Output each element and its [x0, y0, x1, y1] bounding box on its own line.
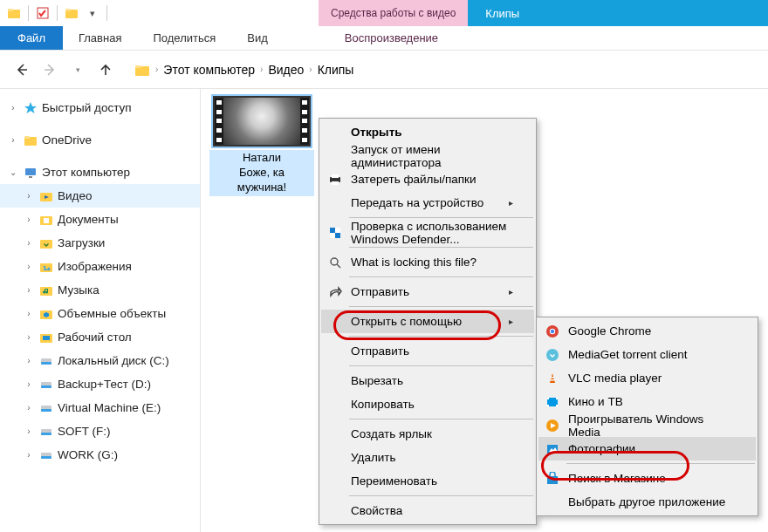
expand-icon[interactable]: › — [23, 215, 35, 224]
tree-item[interactable]: ›Музыка — [0, 278, 200, 302]
navigation-pane: › Быстрый доступ › OneDrive ⌄ Этот компь… — [0, 89, 201, 532]
ribbon-tab-home[interactable]: Главная — [63, 26, 137, 50]
tree-item[interactable]: ›Backup+Тест (D:) — [0, 372, 200, 396]
expand-icon[interactable]: › — [23, 332, 35, 342]
chevron-right-icon[interactable]: › — [309, 65, 312, 74]
expand-icon[interactable]: › — [23, 379, 35, 389]
svg-rect-49 — [551, 379, 555, 381]
breadcrumb-item[interactable]: Клипы — [318, 63, 354, 77]
expand-icon[interactable]: › — [23, 191, 35, 201]
submenu-photos[interactable]: Фотографии — [538, 437, 756, 460]
svg-rect-52 — [547, 405, 549, 406]
svg-rect-16 — [40, 240, 52, 249]
menu-delete[interactable]: Удалить — [321, 446, 534, 469]
menu-open[interactable]: Открыть — [321, 120, 534, 144]
explorer-icon — [5, 4, 23, 22]
titlebar: ▾ Средства работы с видео Клипы — [0, 0, 768, 26]
menu-cast[interactable]: Передать на устройство▸ — [321, 191, 534, 215]
tree-item[interactable]: ›Virtual Machine (E:) — [0, 396, 200, 419]
svg-rect-1 — [8, 9, 13, 11]
menu-open-with[interactable]: Открыть с помощью▸ — [321, 310, 534, 333]
folder-icon — [134, 62, 150, 78]
submenu-store[interactable]: Поиск в Магазине — [538, 467, 756, 490]
submenu-wmp[interactable]: Проигрыватель Windows Media — [538, 413, 756, 437]
expand-icon[interactable]: › — [23, 262, 35, 271]
svg-rect-4 — [65, 9, 71, 11]
menu-send-to[interactable]: Отправить▸ — [321, 280, 534, 304]
tree-item[interactable]: ›Объемные объекты — [0, 302, 200, 325]
menu-cut[interactable]: Вырезать — [321, 369, 534, 392]
expand-icon[interactable]: › — [23, 356, 35, 365]
folder-quick-icon[interactable] — [63, 4, 80, 22]
chevron-right-icon: ▸ — [509, 198, 513, 208]
submenu-mediaget[interactable]: MediaGet torrent client — [538, 343, 756, 366]
svg-rect-35 — [332, 174, 339, 178]
tree-item[interactable]: ›Загрузки — [0, 231, 200, 255]
file-tab[interactable]: Файл — [0, 26, 63, 50]
svg-rect-33 — [41, 456, 51, 459]
menu-rename[interactable]: Переименовать — [321, 469, 534, 493]
expand-icon[interactable]: › — [7, 103, 19, 113]
expand-icon[interactable]: › — [23, 450, 35, 460]
tree-this-pc[interactable]: ⌄ Этот компьютер — [0, 160, 200, 184]
menu-copy[interactable]: Копировать — [321, 392, 534, 416]
tree-onedrive[interactable]: › OneDrive — [0, 128, 200, 152]
properties-icon[interactable] — [34, 4, 51, 22]
svg-rect-27 — [41, 385, 51, 388]
open-with-submenu: Google Chrome MediaGet torrent client VL… — [536, 317, 758, 516]
expand-icon[interactable]: › — [23, 285, 35, 295]
chevron-right-icon[interactable]: › — [260, 65, 263, 74]
ribbon-tab-share[interactable]: Поделиться — [137, 26, 231, 50]
expand-icon[interactable]: › — [23, 309, 35, 318]
expand-icon[interactable]: › — [7, 135, 19, 145]
svg-rect-53 — [556, 398, 558, 399]
collapse-icon[interactable]: ⌄ — [7, 167, 19, 177]
menu-defender[interactable]: Проверка с использованием Windows Defend… — [321, 221, 534, 244]
menu-properties[interactable]: Свойства — [321, 499, 534, 522]
quick-access-toolbar: ▾ — [0, 4, 109, 22]
tree-quick-access[interactable]: › Быстрый доступ — [0, 96, 200, 119]
breadcrumb-item[interactable]: Видео — [268, 63, 304, 77]
submenu-other[interactable]: Выбрать другое приложение — [538, 490, 756, 514]
recent-dropdown[interactable]: ▾ — [66, 58, 89, 81]
submenu-cinema[interactable]: Кино и ТВ — [538, 390, 756, 413]
tree-item[interactable]: ›Изображения — [0, 255, 200, 278]
submenu-vlc[interactable]: VLC media player — [538, 366, 756, 390]
menu-run-as-admin[interactable]: Запуск от имени администратора — [321, 144, 534, 167]
images-icon — [38, 259, 54, 275]
file-item[interactable]: Натали Боже, ка мужчина! — [209, 96, 314, 196]
menu-erase[interactable]: Затереть файлы/папки — [321, 167, 534, 191]
svg-rect-11 — [29, 176, 32, 178]
overflow-icon[interactable]: ▾ — [84, 4, 101, 22]
expand-icon[interactable]: › — [23, 403, 35, 413]
breadcrumb-item[interactable]: Этот компьютер — [163, 63, 255, 77]
tree-item[interactable]: ›Локальный диск (C:) — [0, 349, 200, 372]
expand-icon[interactable]: › — [23, 426, 35, 436]
tree-item[interactable]: ›Рабочий стол — [0, 325, 200, 349]
ribbon-tab-playback[interactable]: Воспроизведение — [329, 26, 454, 50]
svg-point-46 — [546, 349, 559, 361]
chrome-icon — [544, 323, 561, 340]
tree-label: Объемные объекты — [58, 307, 166, 320]
up-button[interactable] — [94, 58, 117, 81]
chevron-right-icon[interactable]: › — [155, 65, 158, 74]
drive-icon — [38, 447, 54, 463]
forward-button[interactable] — [38, 58, 61, 81]
menu-share[interactable]: Отправить — [321, 339, 534, 363]
video-thumbnail — [213, 96, 311, 147]
tree-item[interactable]: ›Видео — [0, 184, 200, 208]
navbar: ▾ › Этот компьютер › Видео › Клипы — [0, 51, 768, 89]
tree-label: Изображения — [58, 260, 132, 273]
svg-rect-59 — [547, 476, 558, 484]
breadcrumb[interactable]: › Этот компьютер › Видео › Клипы — [129, 58, 758, 82]
ribbon-tab-view[interactable]: Вид — [231, 26, 284, 50]
menu-separator — [566, 463, 755, 464]
tree-item[interactable]: ›WORK (G:) — [0, 443, 200, 467]
tree-item[interactable]: ›SOFT (F:) — [0, 419, 200, 443]
menu-locking[interactable]: What is locking this file? — [321, 250, 534, 274]
expand-icon[interactable]: › — [23, 238, 35, 248]
tree-item[interactable]: ›Документы — [0, 208, 200, 231]
submenu-chrome[interactable]: Google Chrome — [538, 319, 756, 343]
menu-shortcut[interactable]: Создать ярлык — [321, 422, 534, 446]
back-button[interactable] — [10, 58, 33, 81]
